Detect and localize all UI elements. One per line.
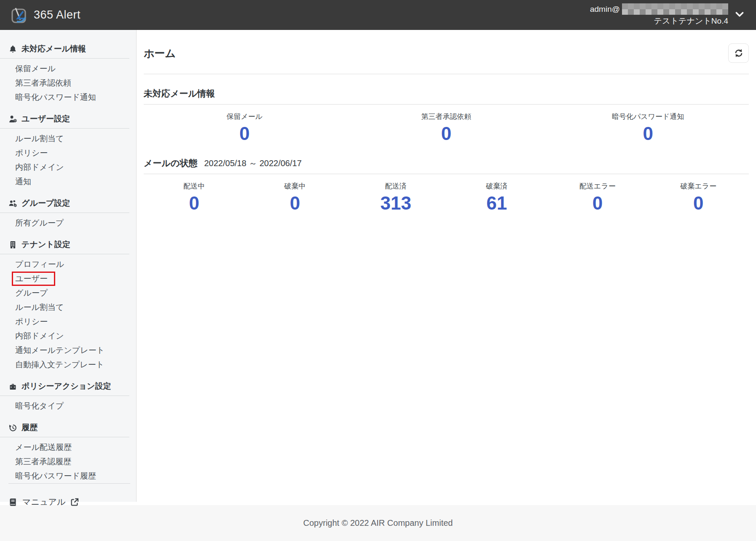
divider xyxy=(144,74,749,74)
sidebar-section-label: 未対応メール情報 xyxy=(21,43,86,54)
refresh-button[interactable] xyxy=(728,43,749,63)
refresh-icon xyxy=(734,48,744,58)
sidebar-item-notification-mail-template[interactable]: 通知メールテンプレート xyxy=(0,343,136,358)
stat-value: 0 xyxy=(144,124,346,144)
sidebar-item-third-party-approval-history[interactable]: 第三者承認履歴 xyxy=(0,455,136,469)
divider xyxy=(144,104,749,105)
sidebar-section-group-settings: グループ設定 所有グループ xyxy=(0,198,136,230)
sidebar-section-header: ポリシーアクション設定 xyxy=(0,381,129,396)
stat-label: 配送エラー xyxy=(547,181,648,191)
stat-label: 暗号化パスワード通知 xyxy=(547,112,749,121)
stat-value: 0 xyxy=(244,193,345,213)
sidebar-section-history: 履歴 メール配送履歴 第三者承認履歴 暗号化パスワード履歴 xyxy=(0,422,136,483)
sidebar-item-manual[interactable]: マニュアル xyxy=(0,496,136,508)
stat-delivering: 配送中 0 xyxy=(144,181,244,213)
stat-value: 0 xyxy=(144,193,244,213)
sidebar-section-policy-action-settings: ポリシーアクション設定 暗号化タイプ xyxy=(0,381,136,413)
account-info: admin@ テストテナントNo.4 xyxy=(590,3,728,27)
sidebar-section-header: 未対応メール情報 xyxy=(0,43,129,59)
users-gear-icon xyxy=(8,199,17,208)
highlight-box-user[interactable]: ユーザー xyxy=(12,272,55,286)
sidebar-manual-section: マニュアル xyxy=(0,483,136,519)
stat-value: 0 xyxy=(648,193,749,213)
sidebar-section-label: 履歴 xyxy=(21,422,38,433)
bell-icon xyxy=(8,45,17,54)
user-gear-icon xyxy=(8,115,17,124)
app-logo-icon xyxy=(9,5,29,25)
mail-status-stats: 配送中 0 破棄中 0 配送済 313 破棄済 61 配送エラー 0 xyxy=(144,181,749,213)
stat-label: 破棄中 xyxy=(244,181,345,191)
stat-value: 61 xyxy=(446,193,547,213)
sidebar-item-profile[interactable]: プロフィール xyxy=(0,257,136,272)
sidebar-section-user-settings: ユーザー設定 ルール割当て ポリシー 内部ドメイン 通知 xyxy=(0,113,136,189)
sidebar-item-hold-mail[interactable]: 保留メール xyxy=(0,62,136,76)
stat-encrypted-password-notice: 暗号化パスワード通知 0 xyxy=(547,112,749,144)
sidebar-item-tenant-users[interactable]: ユーザー xyxy=(0,272,136,286)
building-icon xyxy=(8,240,17,249)
sidebar-item-policy[interactable]: ポリシー xyxy=(0,146,136,160)
stat-discarded: 破棄済 61 xyxy=(446,181,547,213)
stat-label: 第三者承認依頼 xyxy=(346,112,547,121)
stat-value: 0 xyxy=(346,124,547,144)
manual-label[interactable]: マニュアル xyxy=(22,496,65,508)
sidebar-section-header: ユーザー設定 xyxy=(0,113,129,129)
sidebar-item-owned-groups[interactable]: 所有グループ xyxy=(0,216,136,230)
sidebar-item-internal-domain[interactable]: 内部ドメイン xyxy=(0,160,136,175)
stat-delivery-error: 配送エラー 0 xyxy=(547,181,648,213)
app-title: 365 Alert xyxy=(34,8,80,22)
history-icon xyxy=(8,423,17,432)
account-tenant-name: テストテナントNo.4 xyxy=(590,15,728,27)
sidebar-item-tenant-groups[interactable]: グループ xyxy=(0,286,136,300)
copyright-text: Copyright © 2022 AIR Company Limited xyxy=(303,518,453,528)
stat-value: 0 xyxy=(547,124,749,144)
redacted-email-domain xyxy=(622,3,728,15)
stat-delivered: 配送済 313 xyxy=(346,181,446,213)
sidebar-item-auto-insert-template[interactable]: 自動挿入文テンプレート xyxy=(0,358,136,372)
sidebar-item-third-party-approval[interactable]: 第三者承認依頼 xyxy=(0,76,136,90)
sidebar-section-header: グループ設定 xyxy=(0,198,129,213)
toolbox-icon xyxy=(8,382,17,391)
main-content: ホーム 未対応メール情報 保留メール 0 xyxy=(137,30,756,505)
external-link-icon xyxy=(70,498,79,507)
account-email-prefix: admin@ xyxy=(590,3,620,15)
chevron-down-icon[interactable] xyxy=(734,9,745,22)
sidebar-divider xyxy=(8,483,130,484)
sidebar-item-notification[interactable]: 通知 xyxy=(0,175,136,189)
divider xyxy=(144,174,749,174)
sidebar-item-tenant-rule-assignment[interactable]: ルール割当て xyxy=(0,300,136,315)
sidebar-section-label: ユーザー設定 xyxy=(21,113,70,124)
date-range: 2022/05/18 ～ 2022/06/17 xyxy=(204,158,301,169)
stat-third-party-approval: 第三者承認依頼 0 xyxy=(346,112,547,144)
stat-value: 0 xyxy=(547,193,648,213)
section-title: メールの状態 xyxy=(144,157,197,169)
sidebar-item-tenant-policy[interactable]: ポリシー xyxy=(0,315,136,329)
app-header: 365 Alert admin@ テストテナントNo.4 xyxy=(0,0,756,30)
pending-mail-stats: 保留メール 0 第三者承認依頼 0 暗号化パスワード通知 0 xyxy=(144,112,749,144)
sidebar-item-rule-assignment[interactable]: ルール割当て xyxy=(0,132,136,146)
stat-label: 破棄済 xyxy=(446,181,547,191)
book-icon xyxy=(8,498,18,507)
section-title: 未対応メール情報 xyxy=(144,88,215,100)
sidebar: 未対応メール情報 保留メール 第三者承認依頼 暗号化パスワード通知 xyxy=(0,30,137,502)
section-mail-status: メールの状態 2022/05/18 ～ 2022/06/17 配送中 0 破棄中… xyxy=(144,157,749,213)
sidebar-item-mail-delivery-history[interactable]: メール配送履歴 xyxy=(0,440,136,455)
section-pending-mail-info: 未対応メール情報 保留メール 0 第三者承認依頼 0 暗号化パスワード通知 0 xyxy=(144,88,749,144)
sidebar-section-label: グループ設定 xyxy=(21,198,70,209)
sidebar-item-encrypted-password-history[interactable]: 暗号化パスワード履歴 xyxy=(0,469,136,483)
sidebar-section-tenant-settings: テナント設定 プロフィール ユーザー グループ ルール割当て ポリシー 内部ドメ… xyxy=(0,239,136,372)
stat-discard-error: 破棄エラー 0 xyxy=(648,181,749,213)
stat-label: 配送済 xyxy=(346,181,446,191)
sidebar-item-encrypted-password-notice[interactable]: 暗号化パスワード通知 xyxy=(0,90,136,105)
sidebar-item-encryption-type[interactable]: 暗号化タイプ xyxy=(0,399,136,413)
sidebar-section-header: テナント設定 xyxy=(0,239,129,254)
sidebar-section-label: ポリシーアクション設定 xyxy=(21,381,111,392)
page-title: ホーム xyxy=(144,46,176,60)
stat-label: 配送中 xyxy=(144,181,244,191)
account-menu[interactable]: admin@ テストテナントNo.4 xyxy=(590,3,745,27)
stat-label: 破棄エラー xyxy=(648,181,749,191)
sidebar-section-header: 履歴 xyxy=(0,422,129,437)
sidebar-item-tenant-internal-domain[interactable]: 内部ドメイン xyxy=(0,329,136,343)
stat-label: 保留メール xyxy=(144,112,346,121)
stat-discarding: 破棄中 0 xyxy=(244,181,345,213)
sidebar-section-pending-mail: 未対応メール情報 保留メール 第三者承認依頼 暗号化パスワード通知 xyxy=(0,43,136,105)
